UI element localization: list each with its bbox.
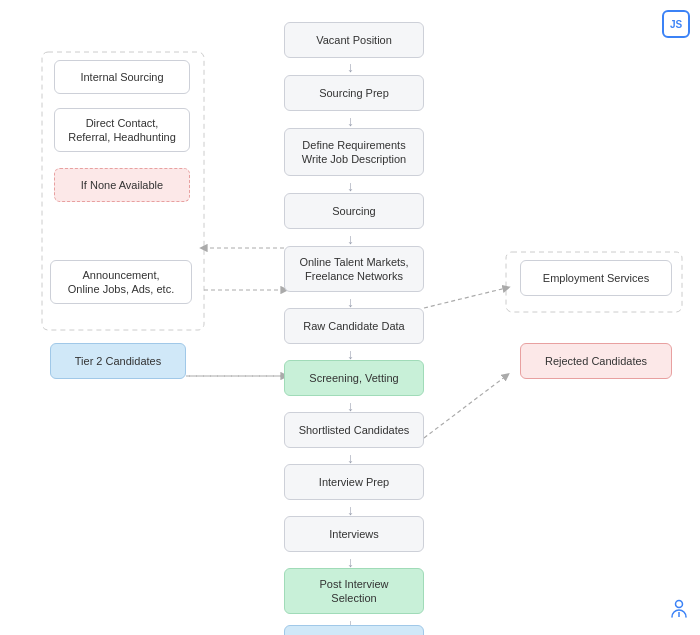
rejected-label: Rejected Candidates [545, 354, 647, 368]
svg-line-4 [424, 288, 506, 308]
js-icon: JS [662, 10, 690, 38]
arrow-4: ↓ [347, 231, 354, 247]
define-requirements-node: Define Requirements Write Job Descriptio… [284, 128, 424, 176]
screening-label: Screening, Vetting [309, 371, 398, 385]
post-interview-node: Post Interview Selection [284, 568, 424, 614]
define-requirements-label: Define Requirements Write Job Descriptio… [302, 138, 406, 167]
svg-point-9 [676, 601, 683, 608]
interview-prep-node: Interview Prep [284, 464, 424, 500]
rejected-node: Rejected Candidates [520, 343, 672, 379]
person-icon [668, 598, 690, 625]
sourcing-prep-label: Sourcing Prep [319, 86, 389, 100]
internal-sourcing-label: Internal Sourcing [80, 70, 163, 84]
raw-candidate-label: Raw Candidate Data [303, 319, 405, 333]
interview-prep-label: Interview Prep [319, 475, 389, 489]
svg-line-6 [424, 376, 506, 438]
post-interview-label: Post Interview Selection [319, 577, 388, 606]
screening-node: Screening, Vetting [284, 360, 424, 396]
arrow-3: ↓ [347, 178, 354, 194]
announcement-label: Announcement, Online Jobs, Ads, etc. [68, 268, 174, 297]
tier2-node: Tier 2 Candidates [50, 343, 186, 379]
interviews-node: Interviews [284, 516, 424, 552]
sourcing-node: Sourcing [284, 193, 424, 229]
shortlisted-label: Shortlisted Candidates [299, 423, 410, 437]
tier2-label: Tier 2 Candidates [75, 354, 161, 368]
canvas: JS Vacant Position ↓ Sourci [0, 0, 700, 635]
vacant-position-node: Vacant Position [284, 22, 424, 58]
sourcing-label: Sourcing [332, 204, 375, 218]
online-talent-node: Online Talent Markets, Freelance Network… [284, 246, 424, 292]
employment-label: Employment Services [543, 271, 649, 285]
if-none-node: If None Available [54, 168, 190, 202]
internal-sourcing-node: Internal Sourcing [54, 60, 190, 94]
direct-contact-label: Direct Contact, Referral, Headhunting [68, 116, 176, 145]
sourcing-prep-node: Sourcing Prep [284, 75, 424, 111]
shortlisted-node: Shortlisted Candidates [284, 412, 424, 448]
raw-candidate-node: Raw Candidate Data [284, 308, 424, 344]
employment-node: Employment Services [520, 260, 672, 296]
online-talent-label: Online Talent Markets, Freelance Network… [299, 255, 408, 284]
announcement-node: Announcement, Online Jobs, Ads, etc. [50, 260, 192, 304]
vacant-position-label: Vacant Position [316, 33, 392, 47]
arrow-1: ↓ [347, 59, 354, 75]
if-none-label: If None Available [81, 178, 163, 192]
candidate-list-node: Candidate List [284, 625, 424, 635]
interviews-label: Interviews [329, 527, 379, 541]
direct-contact-node: Direct Contact, Referral, Headhunting [54, 108, 190, 152]
arrow-2: ↓ [347, 113, 354, 129]
